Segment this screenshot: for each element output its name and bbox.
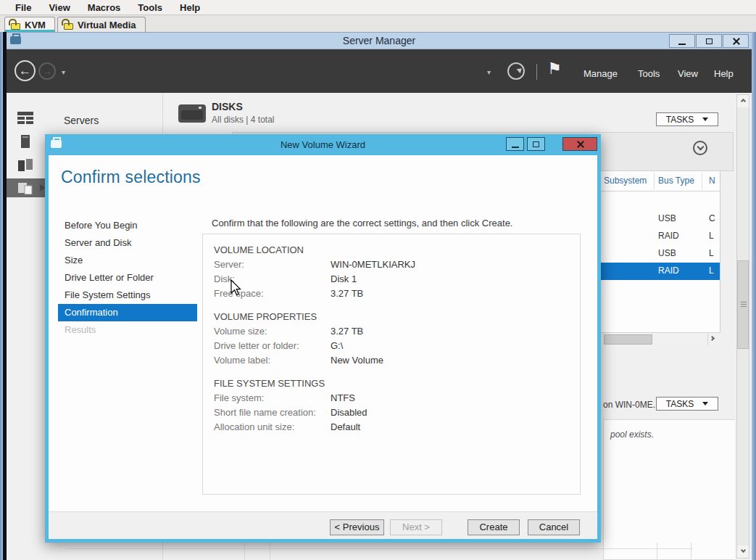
menu-help[interactable]: Help <box>172 2 208 13</box>
column-subsystem[interactable]: Subsystem <box>604 176 647 186</box>
section-volume-location: VOLUME LOCATION Server:WIN-0METLKIARKJ D… <box>214 243 580 301</box>
unlock-icon <box>64 23 73 30</box>
field-value: Disabled <box>331 405 367 420</box>
wizard-footer: < Previous Next > Create Cancel <box>49 511 597 539</box>
section-title: FILE SYSTEM SETTINGS <box>214 376 580 391</box>
all-servers-icon[interactable] <box>18 159 33 171</box>
cell-bus-type: USB <box>658 213 676 223</box>
section-file-system-settings: FILE SYSTEM SETTINGS File system:NTFS Sh… <box>214 376 580 435</box>
step-before-you-begin[interactable]: Before You Begin <box>58 217 197 234</box>
cell-bus-type: RAID <box>658 231 679 241</box>
wizard-titlebar[interactable]: New Volume Wizard <box>45 134 601 155</box>
scroll-down-button[interactable] <box>737 545 749 558</box>
wizard-body: Confirm selections Before You Begin Serv… <box>49 155 597 539</box>
back-icon: ← <box>19 64 31 78</box>
step-confirmation[interactable]: Confirmation <box>58 304 197 321</box>
tab-virtual-media[interactable]: Virtual Media <box>57 17 146 32</box>
storage-tasks-button[interactable]: TASKS <box>656 397 718 411</box>
server-manager-titlebar[interactable]: Server Manager <box>7 32 752 49</box>
next-button[interactable]: Next > <box>390 519 442 535</box>
restore-button[interactable] <box>696 34 722 48</box>
scroll-up-button[interactable] <box>737 95 749 107</box>
view-menu[interactable]: View <box>678 68 698 79</box>
tab-kvm[interactable]: KVM <box>4 17 55 32</box>
cancel-button[interactable]: Cancel <box>528 519 580 535</box>
maximize-icon <box>533 141 539 147</box>
window-title: Server Manager <box>7 35 752 46</box>
scroll-right-button[interactable] <box>707 334 720 345</box>
mouse-cursor <box>230 279 242 297</box>
refresh-button[interactable] <box>507 62 525 80</box>
breadcrumb-caret-icon[interactable]: ▾ <box>487 68 491 76</box>
field-label: File system: <box>214 391 331 405</box>
scrollbar-thumb[interactable] <box>604 334 652 345</box>
manage-menu[interactable]: Manage <box>583 68 618 79</box>
field-label: Allocation unit size: <box>214 420 331 435</box>
help-menu[interactable]: Help <box>714 68 734 79</box>
back-button[interactable]: ← <box>14 60 36 81</box>
close-icon <box>732 37 740 45</box>
menu-tools[interactable]: Tools <box>130 2 170 13</box>
previous-button[interactable]: < Previous <box>330 519 384 535</box>
forward-button[interactable]: → <box>38 62 56 80</box>
step-drive-letter-or-folder[interactable]: Drive Letter or Folder <box>58 269 197 287</box>
cell-bus-type: USB <box>658 248 676 258</box>
caret-down-icon <box>702 402 708 408</box>
notifications-flag-icon[interactable]: ⚑ <box>547 59 562 78</box>
dashboard-icon[interactable] <box>17 112 33 124</box>
wizard-instruction: Confirm that the following are the corre… <box>212 218 512 228</box>
field-label: Drive letter or folder: <box>214 339 331 353</box>
section-volume-properties: VOLUME PROPERTIES Volume size:3.27 TB Dr… <box>214 310 580 368</box>
menu-file[interactable]: File <box>7 2 39 13</box>
menu-view[interactable]: View <box>41 2 78 13</box>
confirmation-summary: VOLUME LOCATION Server:WIN-0METLKIARKJ D… <box>202 234 581 495</box>
local-server-icon[interactable] <box>21 135 30 148</box>
file-storage-services-icon[interactable] <box>18 181 34 194</box>
step-server-and-disk[interactable]: Server and Disk <box>58 234 197 252</box>
storage-panel-body: pool exists. <box>603 419 735 560</box>
background-table-line <box>657 543 657 560</box>
column-separator <box>654 173 655 190</box>
wizard-close-button[interactable] <box>562 137 597 151</box>
field-label: Volume size: <box>214 324 331 339</box>
step-file-system-settings[interactable]: File System Settings <box>58 287 197 304</box>
disk-icon <box>178 104 206 123</box>
step-results: Results <box>58 321 197 339</box>
cell-bus-type: RAID <box>658 265 679 276</box>
column-separator <box>702 173 702 190</box>
cell-name: C <box>709 213 715 223</box>
column-bus-type[interactable]: Bus Type <box>658 176 694 186</box>
sidebar-item-servers[interactable]: Servers <box>64 115 99 126</box>
viewer-tabbar: KVM Virtual Media <box>0 15 756 32</box>
collapse-panel-button[interactable] <box>693 141 707 155</box>
background-table-line <box>65 548 693 549</box>
column-name[interactable]: N <box>709 176 715 186</box>
chevron-right-icon <box>710 336 715 341</box>
step-size[interactable]: Size <box>58 252 197 269</box>
kvm-viewer-window: File View Macros Tools Help KVM Virtual … <box>0 0 756 560</box>
wizard-maximize-button[interactable] <box>527 137 545 151</box>
disks-panel-title: DISKS <box>212 101 243 112</box>
field-label: Short file name creation: <box>214 405 331 420</box>
field-value: 3.27 TB <box>331 287 363 301</box>
navbar-divider <box>536 64 537 80</box>
tools-menu[interactable]: Tools <box>638 68 660 79</box>
background-table-line <box>691 543 691 560</box>
minimize-button[interactable] <box>669 34 695 48</box>
history-caret-icon[interactable]: ▾ <box>62 68 65 76</box>
field-label: Volume label: <box>214 353 331 368</box>
create-button[interactable]: Create <box>468 519 520 535</box>
scrollbar-thumb[interactable] <box>737 260 749 349</box>
vertical-scrollbar[interactable] <box>736 94 749 559</box>
section-title: VOLUME LOCATION <box>214 243 580 258</box>
server-manager-navbar: ← → ▾ ◂◂ File and Storage Services ▸ Vol… <box>7 49 752 93</box>
storage-note: pool exists. <box>610 429 654 440</box>
menu-macros[interactable]: Macros <box>80 2 129 13</box>
field-value: NTFS <box>331 391 355 405</box>
close-button[interactable] <box>723 34 749 48</box>
wizard-minimize-button[interactable] <box>506 137 524 151</box>
chevron-down-icon <box>697 144 704 151</box>
section-title: VOLUME PROPERTIES <box>214 310 580 324</box>
chevron-up-icon <box>740 99 745 104</box>
disks-tasks-button[interactable]: TASKS <box>656 112 718 126</box>
